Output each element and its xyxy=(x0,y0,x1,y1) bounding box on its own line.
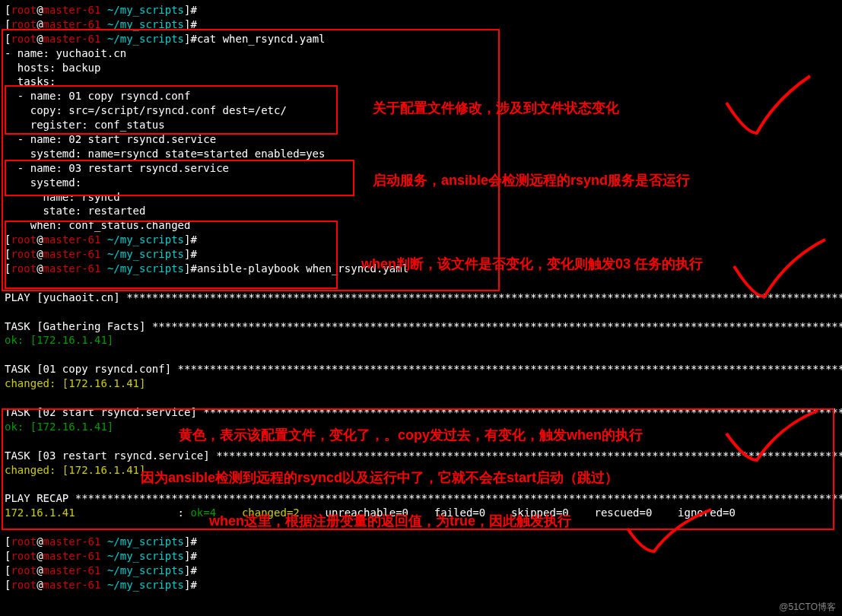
yaml-line: systemd: name=rsyncd state=started enabl… xyxy=(5,147,837,161)
blank-line xyxy=(5,348,837,362)
task-gathering-facts: TASK [Gathering Facts] *****************… xyxy=(5,319,837,334)
play-header: PLAY [yuchaoit.cn] *********************… xyxy=(5,291,837,305)
blank-line xyxy=(5,276,837,291)
changed-host: changed: [172.16.1.41] xyxy=(5,376,837,391)
yaml-line: when: conf_status.changed xyxy=(5,218,837,233)
cmd-cat: [root@master-61 ~/my_scripts]#cat when_r… xyxy=(5,32,837,46)
yaml-line: tasks: xyxy=(5,75,837,89)
play-recap: PLAY RECAP *****************************… xyxy=(5,491,837,506)
yaml-line: register: conf_status xyxy=(5,118,837,132)
task-02: TASK [02 start rsyncd.service] *********… xyxy=(5,405,837,420)
prompt-line: [root@master-61 ~/my_scripts]# xyxy=(5,549,837,564)
annotation-text-6: when这里，根据注册变量的返回值，为true，因此触发执行 xyxy=(209,512,571,530)
ok-host: ok: [172.16.1.41] xyxy=(5,333,837,348)
annotation-text-2: 启动服务，ansible会检测远程的rsynd服务是否运行 xyxy=(373,171,690,189)
task-03: TASK [03 restart rsyncd.service] *******… xyxy=(5,449,837,463)
annotation-text-5: 因为ansible检测到远程的rsyncd以及运行中了，它就不会在start启动… xyxy=(141,468,618,487)
prompt-line: [root@master-61 ~/my_scripts]# xyxy=(5,535,837,549)
annotation-text-3: when判断，该文件是否变化，变化则触发03 任务的执行 xyxy=(361,255,703,273)
blank-line xyxy=(5,391,837,405)
yaml-line: - name: 02 start rsyncd.service xyxy=(5,132,837,147)
annotation-text-1: 关于配置文件修改，涉及到文件状态变化 xyxy=(373,99,619,117)
task-01: TASK [01 copy rsyncd.conf] *************… xyxy=(5,362,837,376)
watermark: @51CTO博客 xyxy=(779,601,836,613)
prompt-line: [root@master-61 ~/my_scripts]# xyxy=(5,233,837,247)
yaml-line: name: rsyncd xyxy=(5,190,837,205)
yaml-line: hosts: backup xyxy=(5,61,837,75)
prompt-line: [root@master-61 ~/my_scripts]# xyxy=(5,578,837,592)
blank-line xyxy=(5,305,837,319)
prompt-line: [root@master-61 ~/my_scripts]# xyxy=(5,564,837,578)
prompt-line: [root@master-61 ~/my_scripts]# xyxy=(5,3,837,17)
prompt-line: [root@master-61 ~/my_scripts]# xyxy=(5,17,837,32)
yaml-line: - name: yuchaoit.cn xyxy=(5,46,837,61)
annotation-text-4: 黄色，表示该配置文件，变化了，。copy发过去，有变化，触发when的执行 xyxy=(179,426,643,444)
terminal[interactable]: [root@master-61 ~/my_scripts]# [root@mas… xyxy=(5,3,837,592)
yaml-line: state: restarted xyxy=(5,204,837,218)
